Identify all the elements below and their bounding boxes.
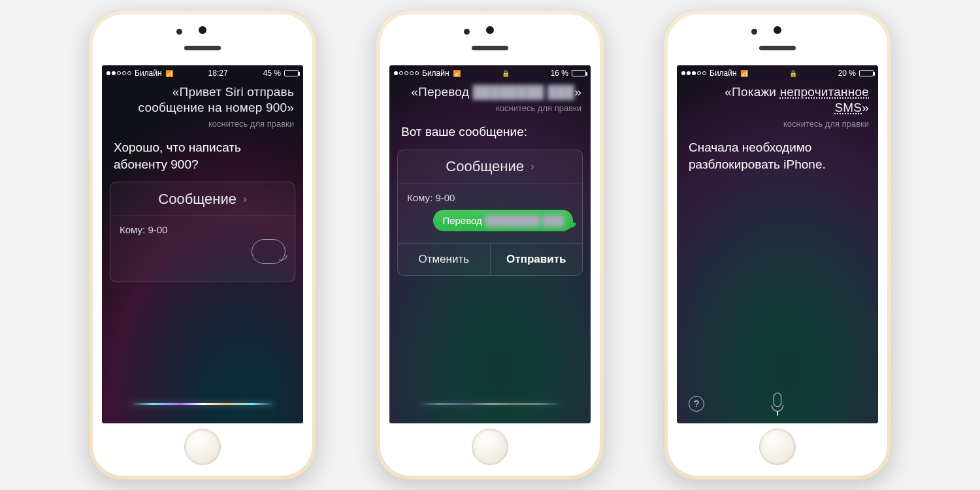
tap-to-edit-hint[interactable]: коснитесь для правки xyxy=(102,118,303,133)
siri-bottom-bar: ? xyxy=(677,384,878,423)
cancel-button[interactable]: Отменить xyxy=(398,244,491,275)
siri-bottom-bar xyxy=(102,384,303,423)
siri-waveform[interactable] xyxy=(418,403,562,405)
earpiece-speaker xyxy=(184,46,221,50)
siri-bottom-bar xyxy=(389,384,591,423)
to-value: 9-00 xyxy=(435,192,455,203)
send-button[interactable]: Отправить xyxy=(491,244,583,275)
tap-to-edit-hint[interactable]: коснитесь для правки xyxy=(677,118,878,133)
home-button[interactable] xyxy=(184,429,221,465)
chevron-right-icon: › xyxy=(243,193,247,206)
siri-waveform[interactable] xyxy=(131,403,274,405)
message-card[interactable]: Сообщение › Кому: 9-00 Перевод ████████ … xyxy=(397,150,583,276)
lock-icon xyxy=(789,69,797,78)
siri-response-line1: Сначала необходимо xyxy=(689,140,811,154)
earpiece-speaker xyxy=(472,46,508,50)
tap-to-edit-hint[interactable]: коснитесь для правки xyxy=(389,102,591,117)
earpiece-speaker xyxy=(759,46,796,50)
carrier-label: Билайн xyxy=(135,69,162,78)
proximity-sensor xyxy=(199,26,206,34)
proximity-sensor xyxy=(486,26,494,34)
redacted-text: ████████ ███ xyxy=(472,85,574,99)
message-card-body: Кому: 9-00 Перевод ████████ ███ xyxy=(398,184,582,243)
phone-bezel: Билайн 18:27 45 % «Привет Siri отправь с… xyxy=(93,14,312,476)
battery-icon xyxy=(284,70,299,76)
message-card-header[interactable]: Сообщение › xyxy=(110,182,295,216)
outgoing-message-bubble: Перевод ████████ ███ xyxy=(433,210,573,231)
phone-top-sensors xyxy=(184,14,221,65)
message-card-title: Сообщение xyxy=(158,191,237,208)
carrier-label: Билайн xyxy=(710,69,737,78)
phone-mockup-3: Билайн 20 % «Покажи непрочитанное SMS» к… xyxy=(663,10,892,480)
message-card-title: Сообщение xyxy=(446,158,524,175)
siri-query-line2: SMS» xyxy=(686,101,869,115)
empty-message-bubble-icon xyxy=(252,239,286,264)
status-bar: Билайн 20 % xyxy=(677,65,878,80)
phone-screen: Билайн 16 % «Перевод ████████ ███» косни… xyxy=(389,65,591,423)
proximity-sensor xyxy=(774,26,781,34)
siri-query-line1: «Покажи непрочитанное xyxy=(686,85,869,99)
phone-top-sensors xyxy=(472,14,508,65)
message-card-body: Кому: 9-00 xyxy=(110,216,295,282)
siri-query-line2: сообщение на номер 900» xyxy=(111,101,294,115)
front-camera xyxy=(464,29,470,35)
phone-screen: Билайн 20 % «Покажи непрочитанное SMS» к… xyxy=(677,65,878,423)
battery-pct: 20 % xyxy=(838,69,856,78)
battery-pct: 45 % xyxy=(263,69,281,78)
signal-dots xyxy=(681,71,706,75)
to-label: Кому: xyxy=(407,192,433,203)
signal-dots xyxy=(106,71,131,75)
lock-icon xyxy=(502,69,510,78)
message-to-line: Кому: 9-00 xyxy=(407,192,573,203)
front-camera xyxy=(751,29,757,35)
siri-response: Вот ваше сообщение: xyxy=(389,117,591,140)
battery-icon xyxy=(859,70,874,76)
status-bar: Билайн 18:27 45 % xyxy=(102,65,303,80)
chevron-right-icon: › xyxy=(531,160,534,173)
front-camera xyxy=(176,29,182,35)
siri-response-line2: абоненту 900? xyxy=(114,157,199,171)
status-time: 18:27 xyxy=(208,69,228,78)
wifi-icon xyxy=(165,69,173,78)
message-card-actions: Отменить Отправить xyxy=(398,243,582,275)
siri-response-line2: разблокировать iPhone. xyxy=(689,157,826,171)
help-button[interactable]: ? xyxy=(689,396,704,412)
status-bar: Билайн 16 % xyxy=(389,65,591,80)
redacted-text: ████████ ███ xyxy=(485,215,564,226)
siri-query-line1: «Перевод ████████ ███» xyxy=(399,85,581,99)
message-card-header[interactable]: Сообщение › xyxy=(398,150,582,184)
siri-response: Сначала необходимо разблокировать iPhone… xyxy=(677,133,878,172)
home-button[interactable] xyxy=(759,429,796,465)
message-to-line: Кому: 9-00 xyxy=(120,224,286,235)
siri-query[interactable]: «Покажи непрочитанное SMS» xyxy=(677,80,878,118)
to-label: Кому: xyxy=(120,224,145,235)
phone-bezel: Билайн 20 % «Покажи непрочитанное SMS» к… xyxy=(668,14,887,476)
carrier-label: Билайн xyxy=(422,69,449,78)
siri-response-line1: Хорошо, что написать xyxy=(114,140,241,154)
siri-query[interactable]: «Привет Siri отправь сообщение на номер … xyxy=(102,80,303,118)
wifi-icon xyxy=(740,69,748,78)
microphone-icon[interactable] xyxy=(772,393,783,415)
phone-mockup-1: Билайн 18:27 45 % «Привет Siri отправь с… xyxy=(88,10,317,480)
siri-query[interactable]: «Перевод ████████ ███» xyxy=(389,80,591,102)
battery-icon xyxy=(572,70,586,76)
phone-mockup-2: Билайн 16 % «Перевод ████████ ███» косни… xyxy=(376,10,604,480)
phone-top-sensors xyxy=(759,14,796,65)
home-button[interactable] xyxy=(472,429,508,465)
battery-pct: 16 % xyxy=(551,69,568,78)
siri-query-line1: «Привет Siri отправь xyxy=(111,85,294,99)
siri-response: Хорошо, что написать абоненту 900? xyxy=(102,133,303,172)
phone-bezel: Билайн 16 % «Перевод ████████ ███» косни… xyxy=(380,14,600,476)
phone-screen: Билайн 18:27 45 % «Привет Siri отправь с… xyxy=(102,65,303,423)
wifi-icon xyxy=(453,69,461,78)
signal-dots xyxy=(394,71,419,75)
siri-response-line1: Вот ваше сообщение: xyxy=(401,125,527,139)
to-value: 9-00 xyxy=(148,224,167,235)
message-card[interactable]: Сообщение › Кому: 9-00 xyxy=(110,182,295,282)
